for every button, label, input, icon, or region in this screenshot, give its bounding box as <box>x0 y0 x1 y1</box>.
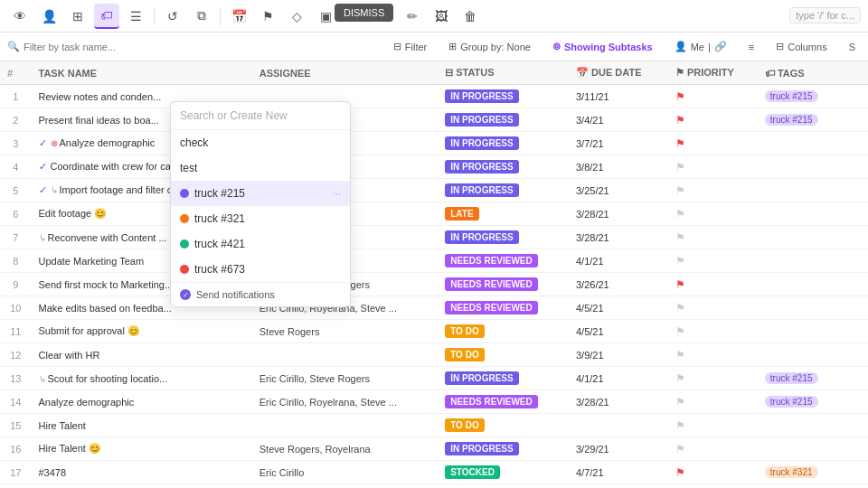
calendar-icon[interactable]: 📅 <box>226 4 251 29</box>
dropdown-item-673[interactable]: truck #673 <box>171 257 350 282</box>
priority-flag: ⚑ <box>675 443 685 455</box>
table-row[interactable]: 12Clear with HRTO DO3/9/21⚑ <box>0 343 868 367</box>
row-priority[interactable]: ⚑ <box>668 437 758 461</box>
columns-button[interactable]: ⊟ Columns <box>770 39 832 54</box>
table-row[interactable]: 10Make edits based on feedba...Eric Ciri… <box>0 296 868 320</box>
row-status[interactable]: IN PROGRESS <box>438 132 569 155</box>
notification-row[interactable]: ✓ Send notifications <box>171 282 350 306</box>
table-row[interactable]: 8Update Marketing TeamNEEDS REVIEWED4/1/… <box>0 249 868 273</box>
table-row[interactable]: 3✓⊗Analyze demographicIN PROGRESS3/7/21⚑ <box>0 132 868 155</box>
dropdown-item-check[interactable]: check <box>171 130 350 155</box>
row-priority[interactable]: ⚑ <box>668 484 758 489</box>
row-priority[interactable]: ⚑ <box>668 390 758 414</box>
row-priority[interactable]: ⚑ <box>668 249 758 273</box>
table-row[interactable]: 9Send first mock to Marketing...Eric Cir… <box>0 273 868 296</box>
row-task-name[interactable]: #3478 <box>32 461 252 484</box>
table-row[interactable]: 14Analyze demographicEric Cirillo, Royel… <box>0 390 868 414</box>
row-status[interactable]: IN PROGRESS <box>438 85 569 108</box>
row-task-name[interactable]: ↳Scout for shooting locatio... <box>32 367 252 390</box>
table-row[interactable]: 5✓↳Import footage and filter c...IN PROG… <box>0 179 868 202</box>
row-status[interactable]: IN PROGRESS <box>438 226 569 249</box>
table-row[interactable]: 2Present final ideas to boa...IN PROGRES… <box>0 108 868 132</box>
table-row[interactable]: 16Hire Talent 😊Steve Rogers, RoyelranaIN… <box>0 437 868 461</box>
row-task-name[interactable]: #4097 <box>32 484 252 489</box>
filter-button[interactable]: ⊟ Filter <box>388 39 432 54</box>
image-icon[interactable]: 🖼 <box>429 4 454 29</box>
tag-icon[interactable]: 🏷 <box>94 4 119 29</box>
search-input[interactable] <box>24 42 150 52</box>
row-priority[interactable]: ⚑ <box>668 367 758 390</box>
row-priority[interactable]: ⚑ <box>668 85 758 108</box>
me-button[interactable]: 👤 Me | 🔗 <box>669 39 732 54</box>
table-row[interactable]: 7↳Reconvene with Content ...IN PROGRESS3… <box>0 226 868 249</box>
dropdown-item-215[interactable]: truck #215 ··· <box>171 181 350 206</box>
row-priority[interactable]: ⚑ <box>668 320 758 343</box>
row-task-name[interactable]: Submit for approval 😊 <box>32 320 252 343</box>
row-status[interactable]: NEEDS REVIEWED <box>438 296 569 320</box>
row-status[interactable]: NEEDS REVIEWED <box>438 390 569 414</box>
row-status[interactable]: NEEDS REVIEWED <box>438 273 569 296</box>
row-priority[interactable]: ⚑ <box>668 108 758 132</box>
grid-icon[interactable]: ⊞ <box>65 4 90 29</box>
user-icon[interactable]: 👤 <box>36 4 61 29</box>
sort-button[interactable]: ≡ <box>743 40 760 54</box>
dropdown-search-input[interactable] <box>180 109 341 122</box>
dismiss-button[interactable]: DISMISS <box>335 4 393 22</box>
row-priority[interactable]: ⚑ <box>668 414 758 437</box>
row-status[interactable]: LATE <box>438 202 569 226</box>
diamond-icon[interactable]: ◇ <box>284 4 309 29</box>
row-priority[interactable]: ⚑ <box>668 132 758 155</box>
more-icon-215[interactable]: ··· <box>333 188 341 199</box>
s-button[interactable]: S <box>844 40 861 54</box>
table-row[interactable]: 15Hire TalentTO DO⚑ <box>0 414 868 437</box>
row-priority[interactable]: ⚑ <box>668 179 758 202</box>
row-status[interactable]: TO DO <box>438 414 569 437</box>
dot-673 <box>180 265 189 274</box>
notif-checkbox[interactable]: ✓ <box>180 289 191 300</box>
row-priority[interactable]: ⚑ <box>668 226 758 249</box>
dropdown-search-container[interactable] <box>171 102 350 130</box>
row-status[interactable]: IN PROGRESS <box>438 367 569 390</box>
flag-icon[interactable]: ⚑ <box>255 4 280 29</box>
row-status[interactable]: NEEDS REVIEWED <box>438 249 569 273</box>
refresh-icon[interactable]: ↺ <box>160 4 185 29</box>
table-row[interactable]: 18#4097Steve RogersBACK ORDERToday⚑truck… <box>0 484 868 489</box>
row-task-name[interactable]: Analyze demographic <box>32 390 252 414</box>
group-by-button[interactable]: ⊞ Group by: None <box>443 39 536 54</box>
list-icon[interactable]: ☰ <box>123 4 148 29</box>
filter-icon: ⊟ <box>393 41 401 52</box>
priority-flag: ⚑ <box>675 184 685 197</box>
copy-icon[interactable]: ⧉ <box>189 4 214 29</box>
row-status[interactable]: BACK ORDER <box>438 484 569 489</box>
row-status[interactable]: IN PROGRESS <box>438 437 569 461</box>
search-container[interactable]: 🔍 <box>7 41 377 52</box>
row-priority[interactable]: ⚑ <box>668 296 758 320</box>
row-priority[interactable]: ⚑ <box>668 343 758 367</box>
table-row[interactable]: 11Submit for approval 😊Steve RogersTO DO… <box>0 320 868 343</box>
row-priority[interactable]: ⚑ <box>668 461 758 484</box>
row-status[interactable]: STOCKED <box>438 461 569 484</box>
dropdown-item-321[interactable]: truck #321 <box>171 206 350 231</box>
edit-icon[interactable]: ✏ <box>400 4 425 29</box>
row-status[interactable]: IN PROGRESS <box>438 155 569 179</box>
row-status[interactable]: IN PROGRESS <box>438 108 569 132</box>
row-priority[interactable]: ⚑ <box>668 273 758 296</box>
table-row[interactable]: 6Edit footage 😊LATE3/28/21⚑ <box>0 202 868 226</box>
row-task-name[interactable]: Hire Talent 😊 <box>32 437 252 461</box>
table-row[interactable]: 13↳Scout for shooting locatio...Eric Cir… <box>0 367 868 390</box>
row-status[interactable]: TO DO <box>438 320 569 343</box>
table-row[interactable]: 1Review notes and conden...IN PROGRESS3/… <box>0 85 868 108</box>
row-status[interactable]: IN PROGRESS <box>438 179 569 202</box>
row-task-name[interactable]: Clear with HR <box>32 343 252 367</box>
dropdown-item-421[interactable]: truck #421 <box>171 231 350 257</box>
subtasks-button[interactable]: ⊚ Showing Subtasks <box>547 39 658 54</box>
table-row[interactable]: 4✓Coordinate with crew for cat...IN PROG… <box>0 155 868 179</box>
eye-icon[interactable]: 👁 <box>7 4 33 29</box>
row-priority[interactable]: ⚑ <box>668 202 758 226</box>
row-priority[interactable]: ⚑ <box>668 155 758 179</box>
row-status[interactable]: TO DO <box>438 343 569 367</box>
trash-icon[interactable]: 🗑 <box>458 4 483 29</box>
dropdown-item-test[interactable]: test <box>171 155 350 181</box>
row-task-name[interactable]: Hire Talent <box>32 414 252 437</box>
table-row[interactable]: 17#3478Eric CirilloSTOCKED4/7/21⚑truck #… <box>0 461 868 484</box>
